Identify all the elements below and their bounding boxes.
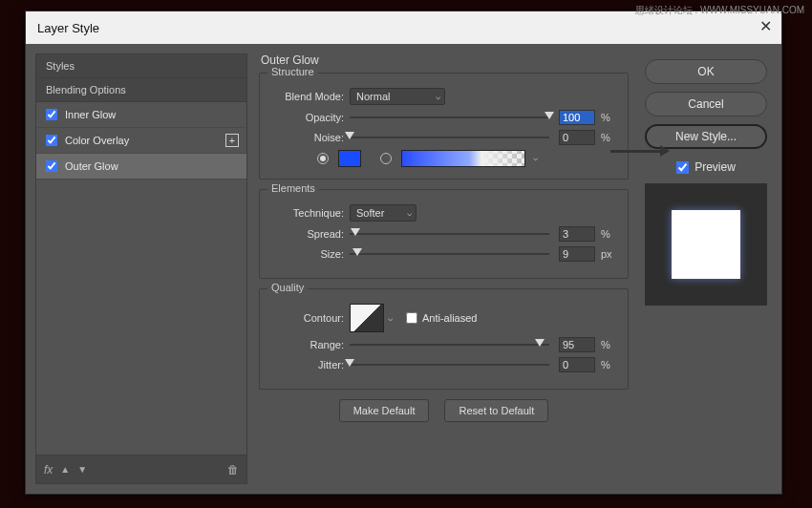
- outer-glow-label: Outer Glow: [65, 160, 118, 172]
- opacity-label: Opacity:: [269, 112, 344, 123]
- size-slider[interactable]: [350, 247, 549, 261]
- jitter-label: Jitter:: [269, 359, 344, 370]
- cancel-button[interactable]: Cancel: [645, 92, 767, 116]
- quality-group: Quality Contour: ⌵ Anti-aliased Range: 9…: [259, 288, 629, 390]
- antialiased-label: Anti-aliased: [422, 312, 477, 324]
- size-label: Size:: [269, 248, 344, 260]
- noise-unit: %: [601, 132, 618, 143]
- range-slider[interactable]: [350, 338, 549, 351]
- left-panel: Styles Blending Options Inner Glow Color…: [35, 53, 247, 484]
- gradient-radio[interactable]: [380, 153, 392, 164]
- structure-group: Structure Blend Mode: Normal Opacity: 10…: [259, 73, 629, 180]
- opacity-slider[interactable]: [350, 111, 549, 124]
- ok-button[interactable]: OK: [645, 59, 767, 84]
- size-unit: px: [601, 248, 618, 260]
- range-label: Range:: [269, 339, 344, 350]
- range-unit: %: [601, 339, 618, 350]
- layer-style-dialog: Layer Style ✕ Styles Blending Options In…: [25, 11, 782, 495]
- blend-mode-select[interactable]: Normal: [350, 88, 445, 105]
- trash-icon[interactable]: 🗑: [227, 463, 239, 476]
- preview-checkbox[interactable]: [676, 161, 689, 174]
- spread-input[interactable]: 3: [559, 226, 595, 242]
- dialog-title: Layer Style: [37, 21, 99, 35]
- color-overlay-label: Color Overlay: [65, 135, 129, 146]
- move-down-icon[interactable]: ▼: [77, 464, 87, 475]
- close-icon[interactable]: ✕: [759, 17, 772, 35]
- annotation-arrow-icon: [610, 150, 668, 153]
- inner-glow-checkbox[interactable]: [46, 109, 57, 120]
- noise-slider[interactable]: [350, 131, 549, 144]
- quality-title: Quality: [267, 282, 308, 293]
- chevron-down-icon[interactable]: ⌵: [388, 313, 393, 323]
- inner-glow-label: Inner Glow: [65, 109, 116, 120]
- noise-label: Noise:: [269, 132, 344, 143]
- contour-picker[interactable]: [350, 304, 384, 332]
- technique-label: Technique:: [269, 207, 344, 219]
- preview-box: [645, 183, 767, 306]
- style-list: Styles Blending Options Inner Glow Color…: [35, 53, 247, 455]
- jitter-input[interactable]: 0: [559, 357, 595, 372]
- style-item-inner-glow[interactable]: Inner Glow: [36, 102, 246, 128]
- left-footer: fx ▲ ▼ 🗑: [35, 455, 247, 484]
- reset-default-button[interactable]: Reset to Default: [444, 399, 548, 422]
- elements-title: Elements: [267, 182, 319, 194]
- elements-group: Elements Technique: Softer Spread: 3 % S…: [259, 189, 629, 279]
- antialiased-checkbox[interactable]: [406, 312, 417, 324]
- make-default-button[interactable]: Make Default: [339, 399, 430, 422]
- structure-title: Structure: [267, 66, 318, 77]
- size-input[interactable]: 9: [559, 246, 595, 262]
- blend-mode-label: Blend Mode:: [269, 91, 344, 102]
- preview-label: Preview: [694, 160, 736, 174]
- add-effect-icon[interactable]: +: [225, 134, 239, 147]
- contour-label: Contour:: [269, 312, 344, 324]
- noise-input[interactable]: 0: [559, 130, 595, 145]
- center-panel: Outer Glow Structure Blend Mode: Normal …: [259, 53, 629, 484]
- jitter-slider[interactable]: [350, 358, 549, 371]
- solid-color-radio[interactable]: [317, 153, 329, 164]
- opacity-unit: %: [601, 112, 618, 123]
- dialog-body: Styles Blending Options Inner Glow Color…: [26, 44, 781, 494]
- gradient-picker[interactable]: [401, 150, 525, 167]
- fx-menu[interactable]: fx: [44, 463, 53, 476]
- spread-label: Spread:: [269, 228, 344, 240]
- right-panel: OK Cancel New Style... Preview: [640, 53, 772, 484]
- style-item-outer-glow[interactable]: Outer Glow: [36, 154, 246, 180]
- blending-options-header[interactable]: Blending Options: [36, 78, 246, 102]
- range-input[interactable]: 95: [559, 337, 595, 352]
- color-swatch[interactable]: [338, 150, 361, 167]
- spread-unit: %: [601, 228, 618, 240]
- styles-header[interactable]: Styles: [36, 54, 246, 78]
- opacity-input[interactable]: 100: [559, 110, 595, 125]
- move-up-icon[interactable]: ▲: [60, 464, 70, 475]
- watermark-text: 思绪设计论坛 . WWW.MISSYUAN.COM: [635, 4, 804, 17]
- style-item-color-overlay[interactable]: Color Overlay +: [36, 128, 246, 154]
- spread-slider[interactable]: [350, 227, 549, 241]
- color-overlay-checkbox[interactable]: [46, 135, 57, 146]
- outer-glow-checkbox[interactable]: [46, 160, 57, 172]
- jitter-unit: %: [601, 359, 618, 370]
- preview-swatch: [672, 210, 740, 279]
- panel-title: Outer Glow: [259, 53, 629, 67]
- technique-select[interactable]: Softer: [350, 204, 417, 222]
